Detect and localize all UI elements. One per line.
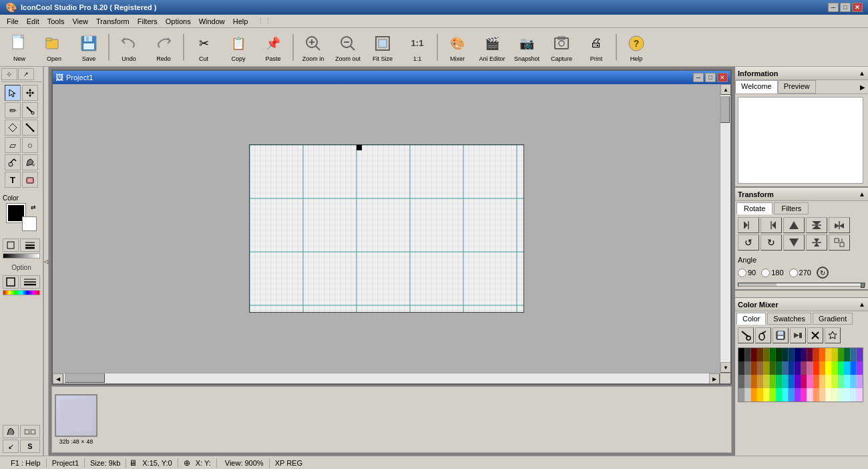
bottom-tool-s[interactable]: S [20, 440, 40, 453]
info-tab-preview[interactable]: Preview [778, 80, 816, 94]
cm-tab-color[interactable]: Color [736, 313, 766, 325]
bottom-tool-3[interactable]: ↙ [3, 440, 19, 453]
opt-btn-2[interactable] [20, 275, 40, 289]
toolbar-anieditor-button[interactable]: 🎬 Ani Editor [475, 30, 509, 65]
menu-view[interactable]: View [68, 16, 92, 27]
menu-edit[interactable]: Edit [23, 16, 43, 27]
transform-btn-rotate-ccw[interactable]: ↺ [738, 234, 759, 251]
minimize-button[interactable]: ─ [828, 3, 839, 12]
toolbar-zoomin-button[interactable]: Zoom in [296, 30, 330, 65]
toolbar-help-button[interactable]: ? Help [620, 30, 653, 65]
transform-btn-flip-h2[interactable] [829, 217, 850, 233]
canvas-maximize-button[interactable]: □ [705, 73, 716, 82]
tool-pencil[interactable]: ✏ [5, 102, 21, 118]
horizontal-scrollbar[interactable]: ◀ ▶ [53, 373, 720, 383]
left-tool-extra-2[interactable]: ↗ [18, 68, 34, 80]
transform-btn-flip-h-right[interactable] [761, 217, 782, 233]
color-mixer-collapse-icon[interactable]: ▲ [859, 301, 865, 308]
tool-ellipse[interactable]: ○ [22, 137, 38, 153]
vertical-scrollbar[interactable]: ▲ ▼ [720, 84, 730, 373]
menu-filters[interactable]: Filters [134, 16, 162, 27]
toolbar-print-button[interactable]: 🖨 Print [580, 30, 613, 65]
angle-180[interactable]: 180 [761, 269, 783, 277]
transform-panel-collapse-icon[interactable]: ▲ [859, 190, 865, 198]
angle-90[interactable]: 90 [738, 269, 756, 277]
icon-canvas[interactable] [249, 144, 524, 313]
toolbar-11-button[interactable]: 1:1 1:1 [401, 30, 434, 65]
cm-tool-star[interactable] [825, 327, 841, 343]
transform-tab-rotate[interactable]: Rotate [736, 202, 773, 214]
tool-pen[interactable] [5, 120, 21, 136]
toolbar-open-button[interactable]: Open [37, 30, 71, 65]
menu-transform[interactable]: Transform [92, 16, 134, 27]
toolbar-copy-button[interactable]: 📋 Copy [222, 30, 255, 65]
angle-slider-thumb[interactable] [861, 283, 865, 288]
toolbar-capture-button[interactable]: Capture [545, 30, 578, 65]
menu-options[interactable]: Options [162, 16, 195, 27]
angle-270[interactable]: 270 [789, 269, 811, 277]
cm-tool-paint[interactable] [738, 327, 754, 343]
menu-window[interactable]: Window [195, 16, 229, 27]
cm-tab-swatches[interactable]: Swatches [767, 313, 811, 325]
angle-custom-btn[interactable]: ↻ [817, 267, 829, 279]
tool-select[interactable] [5, 85, 21, 101]
canvas-close-button[interactable]: ✕ [717, 73, 728, 82]
cm-tab-gradient[interactable]: Gradient [813, 313, 853, 325]
hscroll-thumb[interactable] [65, 373, 105, 383]
opt-btn-1[interactable] [3, 275, 19, 289]
info-tab-welcome[interactable]: Welcome [735, 80, 778, 94]
left-tool-extra-1[interactable]: ⊹ [1, 68, 17, 80]
color-palette[interactable] [735, 346, 868, 456]
menu-file[interactable]: File [3, 16, 23, 27]
cm-tool-arrow-right[interactable] [790, 327, 806, 343]
toolbar-mixer-button[interactable]: 🎨 Mixer [441, 30, 474, 65]
color-secondary-swatch[interactable] [23, 217, 36, 230]
info-tab-arrow[interactable]: ▶ [857, 80, 868, 94]
toolbar-fitsize-button[interactable]: Fit Size [366, 30, 399, 65]
swap-colors-button[interactable]: ⇄ [31, 204, 36, 210]
vscroll-down-button[interactable]: ▼ [720, 362, 730, 373]
toolbar-cut-button[interactable]: ✂ Cut [187, 30, 220, 65]
toolbar-paste-button[interactable]: 📌 Paste [256, 30, 290, 65]
menu-tools[interactable]: Tools [43, 16, 69, 27]
transform-btn-rotate-cw[interactable]: ↻ [761, 234, 782, 251]
rainbow-bar[interactable] [3, 290, 40, 295]
toolbar-zoomout-button[interactable]: Zoom out [331, 30, 365, 65]
tool-move[interactable] [22, 85, 38, 101]
vscroll-thumb[interactable] [720, 96, 730, 123]
transform-btn-up[interactable] [783, 217, 805, 233]
panel-collapse-handle[interactable]: ◁ [43, 67, 49, 456]
hscroll-left-button[interactable]: ◀ [53, 373, 63, 383]
cm-tool-cross[interactable] [807, 327, 823, 343]
thumbnail-image[interactable] [55, 394, 97, 437]
close-button[interactable]: ✕ [852, 3, 863, 12]
maximize-button[interactable]: □ [840, 3, 851, 12]
toolbar-redo-button[interactable]: Redo [147, 30, 180, 65]
tool-option-1[interactable] [3, 239, 19, 252]
cm-tool-save[interactable] [773, 327, 789, 343]
bottom-tool-1[interactable] [3, 425, 19, 438]
tool-text[interactable]: T [5, 172, 21, 188]
transform-btn-resize[interactable] [829, 234, 850, 251]
hscroll-track[interactable] [63, 373, 709, 383]
toolbar-undo-button[interactable]: Undo [112, 30, 146, 65]
vscroll-track[interactable] [720, 95, 730, 362]
canvas-minimize-button[interactable]: ─ [693, 73, 704, 82]
tool-fill[interactable] [22, 154, 38, 170]
thumbnail-item-1[interactable]: 32b :48 × 48 [55, 394, 97, 445]
tool-eraser[interactable] [22, 172, 38, 188]
transform-btn-down[interactable] [783, 234, 805, 251]
cm-tool-dropper[interactable] [755, 327, 771, 343]
tool-line[interactable] [22, 120, 38, 136]
angle-slider[interactable] [738, 283, 865, 287]
menu-help[interactable]: Help [229, 16, 252, 27]
toolbar-new-button[interactable]: New [3, 30, 36, 65]
hscroll-right-button[interactable]: ▶ [709, 373, 720, 383]
palette-canvas[interactable] [738, 347, 863, 402]
tool-option-2[interactable] [20, 239, 40, 252]
tool-rect[interactable]: ▱ [5, 137, 21, 153]
toolbar-snapshot-button[interactable]: 📷 Snapshot [510, 30, 544, 65]
pixel-canvas[interactable] [250, 145, 523, 312]
gradient-bar[interactable] [3, 253, 40, 259]
tool-eyedropper[interactable] [5, 154, 21, 170]
